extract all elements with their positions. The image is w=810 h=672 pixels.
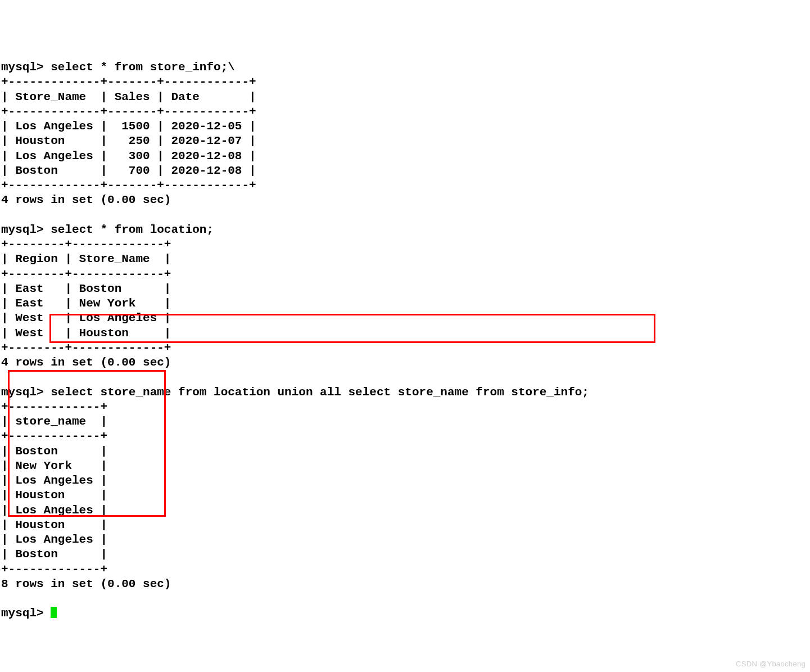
t2-row: | West | Los Angeles | [1,312,171,324]
t2-border-bot: +--------+-------------+ [1,341,171,354]
sql-query-3: select store_name from location union al… [51,386,589,399]
mysql-prompt[interactable]: mysql> [1,607,51,620]
t3-row: | Los Angeles | [1,533,107,546]
t3-border-top: +-------------+ [1,400,107,413]
t3-row: | Los Angeles | [1,504,107,517]
t3-footer: 8 rows in set (0.00 sec) [1,578,171,590]
t3-border-bot: +-------------+ [1,563,107,576]
t3-border-mid: +-------------+ [1,430,107,443]
t3-row: | Houston | [1,518,107,531]
sql-query-1: select * from store_info;\ [51,61,235,74]
t3-row: | Boston | [1,445,107,458]
mysql-prompt: mysql> [1,386,51,399]
t1-border-top: +-------------+-------+------------+ [1,75,256,88]
t1-border-bot: +-------------+-------+------------+ [1,179,256,192]
mysql-prompt: mysql> [1,223,51,236]
terminal-output: mysql> select * from store_info;\ +-----… [1,61,589,620]
t3-row: | Los Angeles | [1,474,107,487]
t2-footer: 4 rows in set (0.00 sec) [1,356,171,369]
mysql-prompt: mysql> [1,61,51,74]
t2-header: | Region | Store_Name | [1,252,171,265]
t2-border-mid: +--------+-------------+ [1,268,171,281]
t2-border-top: +--------+-------------+ [1,238,171,251]
t2-row: | East | New York | [1,297,171,310]
t1-row: | Houston | 250 | 2020-12-07 | [1,134,256,147]
t2-row: | West | Houston | [1,327,171,340]
t1-row: | Los Angeles | 1500 | 2020-12-05 | [1,120,256,133]
t3-row: | Houston | [1,489,107,502]
t1-footer: 4 rows in set (0.00 sec) [1,193,171,206]
t1-row: | Los Angeles | 300 | 2020-12-08 | [1,150,256,163]
t3-row: | New York | [1,459,107,472]
t3-header: | store_name | [1,415,107,428]
t2-row: | East | Boston | [1,282,171,295]
t3-row: | Boston | [1,548,107,561]
t1-border-mid: +-------------+-------+------------+ [1,105,256,118]
sql-query-2: select * from location; [51,223,214,236]
watermark-text: CSDN @Ybaocheng [736,660,806,669]
t1-header: | Store_Name | Sales | Date | [1,91,256,103]
cursor-icon[interactable] [51,607,57,618]
t1-row: | Boston | 700 | 2020-12-08 | [1,164,256,177]
